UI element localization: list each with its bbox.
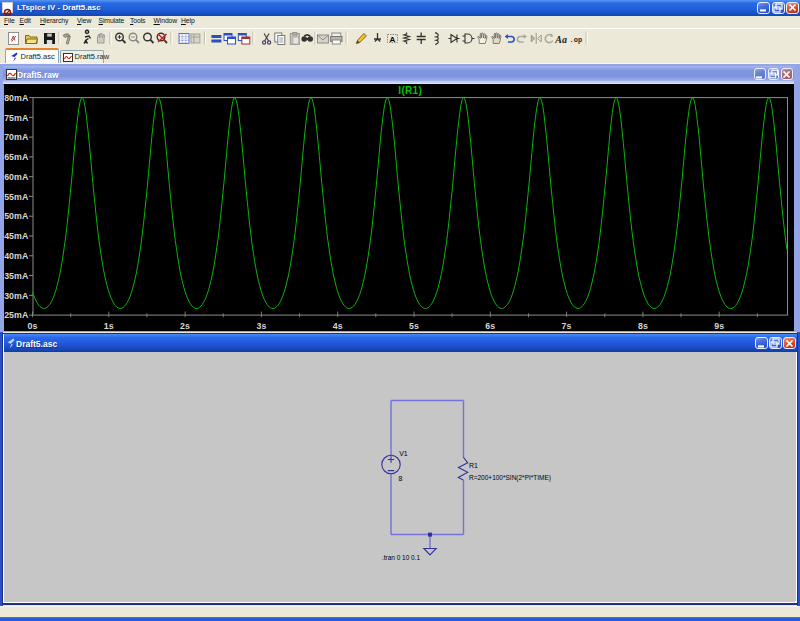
svg-text:R=200+100*SIN(2*PI*TIME): R=200+100*SIN(2*PI*TIME): [469, 474, 551, 482]
svg-text:I(R1): I(R1): [398, 85, 422, 96]
svg-text:80mA: 80mA: [4, 93, 29, 103]
svg-text:8: 8: [399, 475, 403, 482]
svg-text:1s: 1s: [104, 321, 114, 330]
svg-text:60mA: 60mA: [4, 172, 29, 182]
svg-text:45mA: 45mA: [4, 231, 29, 241]
svg-text:7s: 7s: [562, 321, 572, 330]
svg-text:75mA: 75mA: [4, 113, 29, 123]
svg-text:V1: V1: [399, 450, 408, 457]
svg-text:.tran 0 10 0.1: .tran 0 10 0.1: [382, 554, 420, 561]
svg-text:6s: 6s: [485, 321, 495, 330]
svg-text:70mA: 70mA: [4, 132, 29, 142]
svg-text:50mA: 50mA: [4, 211, 29, 221]
svg-text:35mA: 35mA: [4, 271, 29, 281]
svg-text:9s: 9s: [714, 321, 724, 330]
svg-text:25mA: 25mA: [4, 310, 29, 320]
svg-text:A: A: [390, 35, 396, 44]
svg-text:55mA: 55mA: [4, 192, 29, 202]
svg-text:8s: 8s: [638, 321, 648, 330]
svg-text:4s: 4s: [333, 321, 343, 330]
svg-text:5s: 5s: [409, 321, 419, 330]
svg-text:3s: 3s: [256, 321, 266, 330]
svg-text:0s: 0s: [28, 321, 38, 330]
svg-text:30mA: 30mA: [4, 291, 29, 301]
svg-text:.op: .op: [570, 36, 583, 44]
svg-text:Aa: Aa: [554, 34, 567, 45]
svg-text:40mA: 40mA: [4, 251, 29, 261]
svg-text:2s: 2s: [180, 321, 190, 330]
svg-text:R1: R1: [469, 462, 478, 469]
svg-text:65mA: 65mA: [4, 152, 29, 162]
